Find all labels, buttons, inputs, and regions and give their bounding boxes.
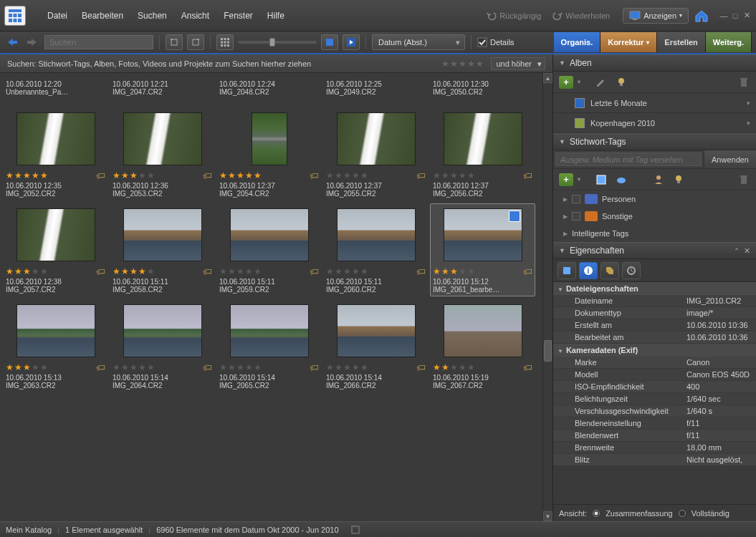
tag-cloud-icon[interactable] <box>615 173 628 186</box>
thumb-rating[interactable]: ★★★★★🏷 <box>6 362 105 372</box>
menu-datei[interactable]: Datei <box>40 8 75 24</box>
panel-header-tags[interactable]: ▼ Stichwort-Tags <box>553 133 756 150</box>
tag-checkbox[interactable] <box>572 212 580 221</box>
tag-icon[interactable]: 🏷 <box>523 362 532 373</box>
thumbnail[interactable]: 10.06.2010 12:25IMG_2049.CR2 <box>323 76 429 105</box>
thumb-rating[interactable]: ★★★★★🏷 <box>433 362 532 372</box>
star-filter[interactable]: ★★★★★ <box>441 59 484 69</box>
grid-small-button[interactable] <box>216 34 234 50</box>
tag-icon[interactable]: 🏷 <box>416 266 426 277</box>
scroll-thumb[interactable] <box>544 340 552 362</box>
panel-header-props[interactable]: ▼ Eigenschaften ⌃ ✕ <box>553 242 756 259</box>
tag-icon[interactable]: 🏷 <box>523 170 532 181</box>
twisty-icon[interactable]: ▶ <box>563 231 568 237</box>
tag-icon[interactable]: 🏷 <box>523 266 532 277</box>
thumbnail[interactable]: ★★★★★🏷10.06.2010 12:37IMG_2055.CR2 <box>323 107 429 200</box>
props-tab-tags[interactable] <box>601 262 619 279</box>
redo-action[interactable]: Wiederholen <box>547 8 616 24</box>
twisty-icon[interactable]: ▶ <box>563 196 568 203</box>
tag-icon[interactable]: 🏷 <box>310 266 319 277</box>
tips-icon[interactable] <box>672 173 685 186</box>
thumbnail[interactable]: ★★★★★🏷10.06.2010 12:37IMG_2054.CR2 <box>216 107 322 200</box>
scroll-up-button[interactable]: ▲ <box>543 73 552 83</box>
thumb-rating[interactable]: ★★★★★🏷 <box>113 170 212 180</box>
people-icon[interactable] <box>652 173 665 186</box>
tag-item[interactable]: ▶Intelligente Tags <box>553 225 756 242</box>
thumbnail-grid-wrap[interactable]: 10.06.2010 12:20Unbenanntes_Pa…10.06.201… <box>0 73 542 521</box>
thumbnail[interactable]: ★★★★★🏷10.06.2010 15:11IMG_2060.CR2 <box>323 203 429 296</box>
tab-korrektur[interactable]: Korrektur▾ <box>601 32 657 52</box>
tag-tool-icon[interactable] <box>595 173 608 186</box>
close-panel-icon[interactable]: ✕ <box>744 246 750 256</box>
tag-item[interactable]: ▶Sonstige <box>553 208 756 225</box>
rotate-ccw-button[interactable] <box>166 34 183 50</box>
props-tab-history[interactable] <box>622 262 641 279</box>
thumb-rating[interactable]: ★★★★★🏷 <box>219 266 319 276</box>
tag-item[interactable]: ▶Personen <box>553 190 756 208</box>
close-button[interactable]: ✕ <box>742 11 752 21</box>
rotate-cw-button[interactable] <box>187 34 204 50</box>
thumbnail[interactable]: ★★★★★🏷10.06.2010 15:19IMG_2067.CR2 <box>430 299 535 392</box>
tag-icon[interactable]: 🏷 <box>96 362 105 373</box>
thumb-rating[interactable]: ★★★★★🏷 <box>326 362 426 372</box>
tag-icon[interactable]: 🏷 <box>203 266 212 277</box>
thumbnail[interactable]: 10.06.2010 12:30IMG_2050.CR2 <box>430 76 535 105</box>
app-icon[interactable] <box>4 6 26 26</box>
thumbnail[interactable]: 10.06.2010 12:24IMG_2048.CR2 <box>216 76 322 105</box>
tag-icon[interactable]: 🏷 <box>416 362 426 373</box>
scroll-track[interactable] <box>543 83 552 511</box>
thumb-rating[interactable]: ★★★★★🏷 <box>6 266 105 276</box>
details-checkbox[interactable]: Details <box>477 37 515 47</box>
tag-icon[interactable]: 🏷 <box>416 170 426 181</box>
thumbnail[interactable]: ★★★★★🏷10.06.2010 12:37IMG_2056.CR2 <box>430 107 535 200</box>
thumb-rating[interactable]: ★★★★★🏷 <box>326 266 426 276</box>
menu-ansicht[interactable]: Ansicht <box>174 8 216 24</box>
thumb-rating[interactable]: ★★★★★🏷 <box>433 266 532 276</box>
thumbnail[interactable]: ★★★★★🏷10.06.2010 15:13IMG_2063.CR2 <box>3 299 108 392</box>
thumb-rating[interactable]: ★★★★★🏷 <box>113 362 212 372</box>
sort-dropdown[interactable]: Datum (Abst.) <box>372 34 465 50</box>
props-table-wrap[interactable]: ▼DateieigenschaftenDateinameIMG_2010.CR2… <box>553 282 756 504</box>
minimize-button[interactable]: — <box>719 11 729 21</box>
trash-icon[interactable] <box>737 173 750 186</box>
search-input[interactable] <box>44 35 153 49</box>
tag-icon[interactable]: 🏷 <box>310 362 319 373</box>
props-tab-general[interactable] <box>558 262 576 279</box>
tab-organise[interactable]: Organis. <box>554 32 601 52</box>
thumbnail[interactable]: 10.06.2010 12:20Unbenanntes_Pa… <box>3 76 108 105</box>
props-group-header[interactable]: ▼Kameradaten (Exif) <box>553 344 756 357</box>
thumbnail[interactable]: ★★★★★🏷10.06.2010 15:12IMG_2061_bearbe… <box>430 203 535 296</box>
twisty-icon[interactable]: ▶ <box>563 213 568 220</box>
edit-album-icon[interactable] <box>595 76 608 89</box>
props-group-header[interactable]: ▼Dateieigenschaften <box>553 282 756 295</box>
forward-button[interactable] <box>24 35 40 49</box>
radio-summary[interactable] <box>593 510 600 517</box>
thumb-rating[interactable]: ★★★★★🏷 <box>219 170 319 180</box>
tips-icon[interactable] <box>615 76 628 89</box>
radio-full[interactable] <box>679 510 686 517</box>
menu-fenster[interactable]: Fenster <box>216 8 260 24</box>
rating-filter-dropdown[interactable]: und höher <box>491 57 545 70</box>
tag-icon[interactable]: 🏷 <box>310 170 319 181</box>
add-album-button[interactable]: + <box>559 76 573 89</box>
menu-suchen[interactable]: Suchen <box>130 8 174 24</box>
thumbnail[interactable]: ★★★★★🏷10.06.2010 15:14IMG_2065.CR2 <box>216 299 322 392</box>
status-icon[interactable] <box>350 525 360 535</box>
zoom-slider-thumb[interactable] <box>269 38 275 47</box>
vertical-scrollbar[interactable]: ▲ ▼ <box>542 73 552 521</box>
zoom-slider[interactable] <box>238 41 317 44</box>
thumbnail[interactable]: ★★★★★🏷10.06.2010 15:11IMG_2058.CR2 <box>110 203 215 296</box>
album-item[interactable]: Letzte 6 Monate▾ <box>553 93 756 113</box>
display-dropdown[interactable]: Anzeigen ▾ <box>623 8 689 24</box>
collapse-icon[interactable]: ⌃ <box>734 247 740 255</box>
tag-checkbox[interactable] <box>572 195 580 203</box>
thumbnail[interactable]: ★★★★★🏷10.06.2010 12:38IMG_2057.CR2 <box>3 203 108 296</box>
thumb-rating[interactable]: ★★★★★🏷 <box>6 170 105 180</box>
add-tag-button[interactable]: + <box>559 173 573 186</box>
thumb-rating[interactable]: ★★★★★🏷 <box>219 362 319 372</box>
thumbnail[interactable]: ★★★★★🏷10.06.2010 12:36IMG_2053.CR2 <box>110 107 215 200</box>
tag-icon[interactable]: 🏷 <box>96 266 105 277</box>
thumbnail[interactable]: 10.06.2010 12:21IMG_2047.CR2 <box>110 76 215 105</box>
thumb-rating[interactable]: ★★★★★🏷 <box>433 170 532 180</box>
tag-search-input[interactable] <box>555 153 702 166</box>
